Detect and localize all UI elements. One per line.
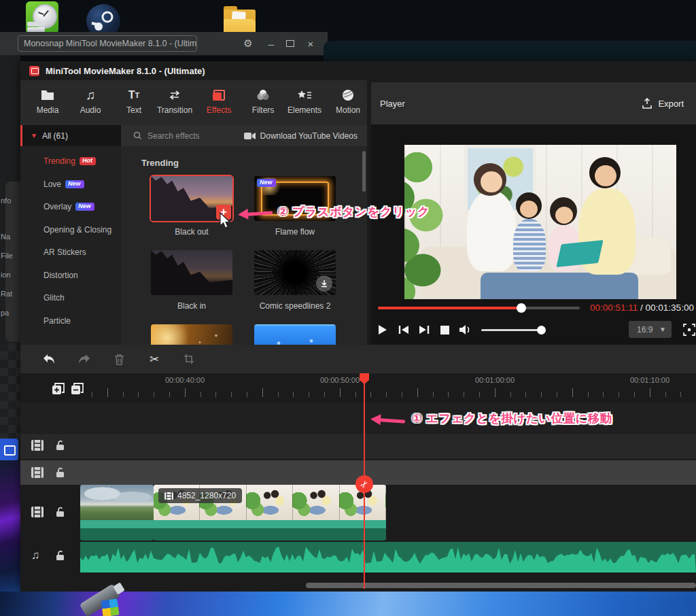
aspect-ratio-select[interactable]: 16:9 ▼ bbox=[629, 321, 672, 338]
split-scissors-button[interactable]: ✂ bbox=[146, 351, 162, 367]
desktop-wallpaper-bottom bbox=[0, 592, 696, 616]
gear-icon[interactable]: ⚙ bbox=[239, 32, 257, 55]
effect-track-row-1[interactable] bbox=[20, 434, 696, 459]
video-clip-2[interactable]: 4852_1280x720 bbox=[154, 485, 386, 541]
effects-scrollbar[interactable] bbox=[362, 151, 366, 192]
window-title: MiniTool MovieMaker 8.1.0 - (Ultimate) bbox=[46, 66, 205, 76]
stop-button[interactable] bbox=[436, 322, 453, 338]
effects-search-bar: Search effects Download YouTube Videos bbox=[121, 125, 367, 146]
player-header: Player Export bbox=[371, 82, 696, 124]
tab-audio[interactable]: ♫ Audio bbox=[69, 87, 111, 120]
ruler-tick bbox=[340, 388, 341, 397]
tab-motion[interactable]: Motion bbox=[327, 87, 369, 120]
monosnap-side-panel: nfo Na File ion Rat pa bbox=[0, 55, 20, 460]
category-opening-closing[interactable]: Opening & Closing bbox=[44, 225, 111, 235]
effect-thumb-black-in[interactable] bbox=[151, 250, 232, 295]
effect-thumb-partial-orange[interactable] bbox=[151, 324, 232, 345]
new-badge: New bbox=[75, 203, 94, 211]
next-frame-button[interactable] bbox=[416, 322, 432, 338]
redo-button[interactable] bbox=[76, 351, 92, 367]
volume-handle[interactable] bbox=[537, 326, 546, 335]
unlock-icon[interactable] bbox=[56, 440, 65, 451]
add-track-button[interactable] bbox=[52, 382, 65, 396]
drive-stack bbox=[27, 27, 45, 32]
ruler-tick bbox=[510, 392, 511, 397]
category-particle[interactable]: Particle bbox=[44, 316, 71, 326]
category-glitch[interactable]: Glitch bbox=[44, 293, 65, 303]
category-all-header[interactable]: ▼ All (61) bbox=[20, 125, 121, 146]
film-track-icon bbox=[31, 440, 44, 451]
audio-track[interactable] bbox=[20, 542, 696, 572]
ruler-tick bbox=[588, 392, 589, 397]
video-clip-1[interactable] bbox=[80, 485, 154, 541]
undo-button[interactable] bbox=[41, 351, 57, 367]
play-button[interactable] bbox=[375, 322, 391, 338]
new-badge: New bbox=[65, 180, 84, 188]
moviemaker-titlebar: MiniTool MovieMaker 8.1.0 - (Ultimate) bbox=[20, 61, 696, 80]
category-overlay[interactable]: Overlay New bbox=[44, 202, 94, 211]
category-ar-stickers[interactable]: AR Stickers bbox=[44, 247, 86, 257]
ruler-tick bbox=[619, 392, 619, 397]
volume-slider[interactable] bbox=[481, 329, 544, 331]
ruler-tick bbox=[169, 392, 170, 397]
seek-handle[interactable] bbox=[517, 303, 526, 313]
tab-filters[interactable]: Filters bbox=[242, 87, 284, 120]
film-icon bbox=[164, 492, 173, 500]
ruler-tick bbox=[355, 392, 356, 397]
seek-bar[interactable] bbox=[378, 307, 580, 309]
effect-thumb-comic-speedlines[interactable] bbox=[254, 250, 336, 295]
tab-transition[interactable]: Transition bbox=[154, 87, 196, 120]
category-distortion[interactable]: Distortion bbox=[44, 271, 78, 280]
truncated-label: pa bbox=[1, 309, 9, 317]
chevron-down-icon: ▼ bbox=[31, 132, 37, 139]
crop-button[interactable] bbox=[181, 351, 197, 367]
folder-icon bbox=[41, 87, 54, 103]
export-button[interactable]: Export bbox=[642, 98, 684, 109]
ruler-tick bbox=[650, 388, 650, 397]
timeline-toolbar: ✂ bbox=[20, 345, 696, 373]
category-trending[interactable]: Trending Hot bbox=[44, 156, 96, 166]
ruler-tick bbox=[665, 392, 666, 397]
ruler-tick bbox=[386, 392, 387, 397]
ruler-tick bbox=[572, 388, 573, 397]
rectangle-tool-icon bbox=[4, 445, 16, 456]
screenshot-root: Monosnap MiniTool MovieMaker 8.1.0 - (Ul… bbox=[0, 0, 696, 616]
close-button[interactable]: × bbox=[302, 32, 319, 55]
search-input[interactable]: Search effects bbox=[147, 131, 200, 141]
timeline-ruler[interactable]: 00:00:40:00 00:00:50:00 00:01:00:00 00:0… bbox=[80, 373, 696, 403]
ruler-tick bbox=[324, 392, 325, 397]
unlock-icon[interactable] bbox=[56, 467, 65, 478]
disk-timer-desktop-icon[interactable] bbox=[26, 1, 58, 34]
tab-text[interactable]: TT Text bbox=[113, 87, 155, 120]
minimize-button[interactable]: – bbox=[262, 32, 280, 55]
fullscreen-button[interactable] bbox=[681, 322, 696, 338]
picture-book bbox=[556, 240, 603, 267]
delete-button[interactable] bbox=[111, 351, 127, 367]
download-effect-button[interactable] bbox=[316, 275, 332, 292]
category-love[interactable]: Love New bbox=[44, 179, 84, 189]
ruler-timecode: 00:00:40:00 bbox=[165, 376, 205, 384]
download-youtube-button[interactable]: Download YouTube Videos bbox=[244, 131, 358, 141]
ruler-tick bbox=[215, 392, 216, 397]
ruler-tick bbox=[557, 392, 557, 397]
video-preview bbox=[404, 145, 676, 299]
tab-effects[interactable]: Effects bbox=[198, 87, 240, 120]
player-title: Player bbox=[380, 99, 405, 109]
previous-frame-button[interactable] bbox=[396, 322, 412, 338]
current-time: 00:00:51:11 bbox=[590, 303, 638, 313]
mouse-cursor bbox=[220, 212, 231, 229]
ruler-tick bbox=[262, 388, 263, 397]
ruler-tick bbox=[634, 392, 635, 397]
tab-elements[interactable]: Elements bbox=[283, 87, 326, 120]
rectangle-tool-button[interactable] bbox=[0, 439, 18, 460]
maximize-button[interactable] bbox=[281, 32, 299, 55]
volume-icon[interactable] bbox=[457, 322, 473, 338]
truncated-label: File bbox=[1, 252, 13, 260]
playhead-split-button[interactable]: ✂ bbox=[355, 475, 373, 493]
truncated-label: Rat bbox=[1, 290, 12, 298]
tab-media[interactable]: Media bbox=[27, 87, 69, 120]
ruler-tick bbox=[309, 392, 309, 397]
ruler-tick bbox=[525, 392, 526, 397]
effect-thumb-partial-blue[interactable] bbox=[254, 324, 336, 345]
ruler-timecode: 00:01:00:00 bbox=[475, 376, 515, 384]
